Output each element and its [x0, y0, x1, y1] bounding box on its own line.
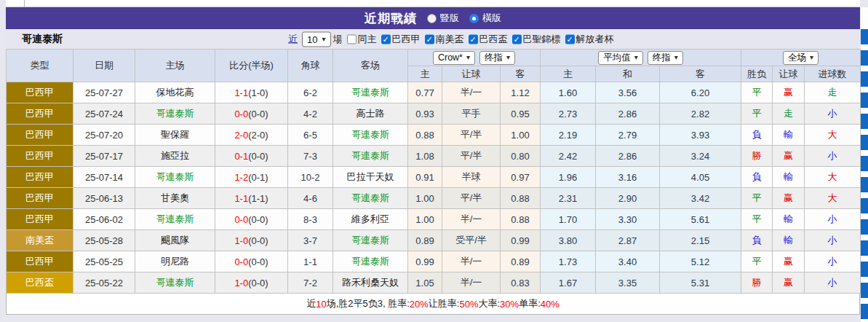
odds-away: 0.88 — [501, 188, 541, 209]
summary-segment: 近 — [306, 297, 316, 310]
avg-select[interactable]: 平均值▾ — [598, 51, 643, 65]
handicap-line: 半/一 — [442, 82, 501, 103]
odds-stage-select[interactable]: 终指▾ — [479, 51, 515, 65]
match-row: 巴西甲25-05-25明尼路0-0(0-0)1-1哥連泰斯0.99半/一0.89… — [7, 251, 861, 272]
match-result: 負 — [741, 125, 773, 146]
goals-result: 小 — [805, 230, 861, 251]
same-home-checkbox[interactable] — [347, 34, 357, 44]
chevron-down-icon: ▾ — [322, 36, 325, 43]
handicap-line: 平手 — [442, 103, 501, 125]
match-date: 25-05-28 — [73, 230, 135, 251]
home-team: 聖保羅 — [135, 125, 215, 146]
odds-home: 1.05 — [408, 272, 442, 294]
bookmaker-select[interactable]: Crow*▾ — [433, 51, 475, 65]
avg-away: 5.61 — [660, 209, 741, 230]
avg-away: 3.93 — [660, 125, 741, 146]
radio-selected-icon[interactable] — [469, 14, 479, 23]
league-checkbox-3[interactable] — [512, 34, 522, 44]
score-cell: 1-1(1-0) — [215, 82, 288, 103]
radio-vertical-layout[interactable]: 豎版 — [427, 12, 459, 25]
league-badge: 巴西甲 — [7, 209, 73, 230]
goals-result: 小 — [805, 103, 861, 125]
handicap-line: 平/半 — [442, 125, 501, 146]
handicap-result: 赢 — [773, 82, 805, 103]
away-team: 巴拉干天奴 — [333, 167, 408, 188]
full-time-score: 1-2 — [234, 172, 248, 183]
match-result: 負 — [741, 230, 773, 251]
corner-count: 6-2 — [288, 82, 333, 103]
avg-home: 3.80 — [541, 230, 596, 251]
match-date: 25-05-22 — [73, 272, 135, 294]
odds-home: 0.91 — [408, 167, 442, 188]
home-team: 保地花高 — [135, 82, 215, 103]
league-checkbox-4[interactable] — [565, 34, 575, 44]
odds-away: 0.83 — [501, 272, 541, 294]
summary-segment: 让胜率: — [429, 297, 460, 310]
col-header-handicap-result: 让球 — [773, 66, 805, 82]
handicap-result: 輸 — [773, 167, 805, 188]
half-time-score: (1-0) — [248, 87, 268, 98]
handicap-line: 半/一 — [442, 251, 501, 272]
match-result: 負 — [741, 167, 773, 188]
avg-home: 2.73 — [541, 103, 596, 125]
league-label-4: 解放者杯 — [576, 33, 614, 46]
score-cell: 1-1(1-1) — [215, 188, 288, 209]
summary-row: 近10场,胜2平5负3, 胜率:20% 让胜率:50% 大率:30% 单率:40… — [6, 294, 860, 315]
full-time-score: 1-1 — [234, 193, 248, 204]
recent-count-value: 10 — [307, 34, 317, 44]
title-bar: 近期戰績 豎版 橫版 — [6, 7, 860, 29]
handicap-result: 輸 — [773, 125, 805, 146]
odds-away: 0.99 — [501, 230, 541, 251]
odds-away: 0.95 — [501, 103, 541, 125]
league-checkbox-1[interactable] — [425, 34, 434, 44]
radio-unselected-icon[interactable] — [427, 14, 437, 23]
chevron-down-icon: ▾ — [674, 54, 678, 61]
corner-count: 1-1 — [288, 251, 333, 272]
handicap-result: 赢 — [773, 146, 805, 167]
corner-count: 4-6 — [288, 188, 333, 209]
away-team: 哥連泰斯 — [333, 146, 408, 167]
full-time-score: 1-1 — [234, 87, 248, 98]
handicap-line: 半球 — [442, 167, 501, 188]
edge-block — [861, 283, 868, 298]
half-time-score: (0-0) — [248, 256, 268, 267]
match-row: 巴西甲25-07-27保地花高1-1(1-0)6-2哥連泰斯0.77半/一1.1… — [7, 82, 861, 103]
radio-horizontal-layout[interactable]: 橫版 — [469, 12, 501, 25]
period-select[interactable]: 全场▾ — [783, 51, 819, 65]
handicap-result: 赢 — [773, 188, 805, 209]
away-team: 哥連泰斯 — [333, 82, 408, 103]
odds-home: 1.08 — [408, 146, 442, 167]
odds-away: 0.80 — [501, 146, 541, 167]
avg-stage-select[interactable]: 终指▾ — [648, 51, 683, 65]
handicap-result: 輸 — [773, 230, 805, 251]
odds-home: 0.99 — [408, 251, 442, 272]
odds-away: 1.12 — [501, 82, 541, 103]
avg-away: 3.42 — [660, 188, 741, 209]
league-label-3: 巴聖錦標 — [523, 33, 561, 46]
match-row: 巴西甲25-06-02哥連泰斯0-0(0-0)8-3維多利亞1.00半/一0.8… — [7, 209, 861, 230]
half-time-score: (0-0) — [248, 278, 268, 288]
league-checkbox-0[interactable] — [381, 34, 391, 44]
recent-label[interactable]: 近 — [288, 33, 298, 46]
league-checkbox-2[interactable] — [469, 34, 478, 44]
match-row: 巴西甲25-07-17施亞拉0-1(0-0)7-3哥連泰斯1.08平/半0.80… — [7, 146, 861, 167]
half-time-score: (1-1) — [248, 193, 268, 204]
avg-away: 2.82 — [660, 103, 741, 125]
col-header-handicap: 让球 — [442, 66, 501, 82]
chevron-down-icon: ▾ — [466, 54, 470, 61]
odds-home: 1.00 — [408, 209, 442, 230]
col-header-avg-draw: 和 — [596, 66, 660, 82]
col-header-date: 日期 — [73, 50, 135, 82]
avg-home: 1.70 — [541, 209, 596, 230]
away-team: 哥連泰斯 — [333, 230, 408, 251]
home-team: 哥連泰斯 — [135, 272, 215, 294]
away-team: 哥連泰斯 — [333, 251, 408, 272]
edge-block — [861, 177, 868, 192]
avg-away: 5.12 — [660, 251, 741, 272]
recent-count-select[interactable]: 10 ▾ — [302, 31, 331, 47]
full-time-score: 0-0 — [234, 214, 248, 225]
summary-segment: 场,胜2平5负3, 胜率: — [327, 297, 410, 310]
avg-draw: 2.87 — [596, 230, 660, 251]
match-date: 25-06-13 — [73, 188, 135, 209]
edge-block — [861, 262, 868, 277]
